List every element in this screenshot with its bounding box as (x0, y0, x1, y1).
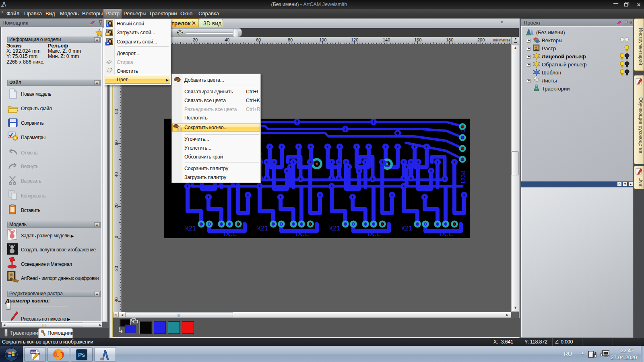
svg-text:DCC: DCC (440, 230, 453, 237)
svg-text:К21: К21 (329, 225, 340, 232)
svg-text:DCC: DCC (296, 230, 309, 237)
svg-text:1234: 1234 (460, 171, 466, 184)
svg-text:DCC: DCC (368, 230, 381, 237)
svg-text:К21: К21 (257, 225, 268, 232)
svg-text:0: 0 (460, 130, 466, 133)
svg-text:К21: К21 (185, 225, 196, 232)
svg-text:К21: К21 (401, 225, 412, 232)
svg-text:PHP: PHP (31, 351, 36, 354)
svg-text:DCC: DCC (224, 230, 237, 237)
